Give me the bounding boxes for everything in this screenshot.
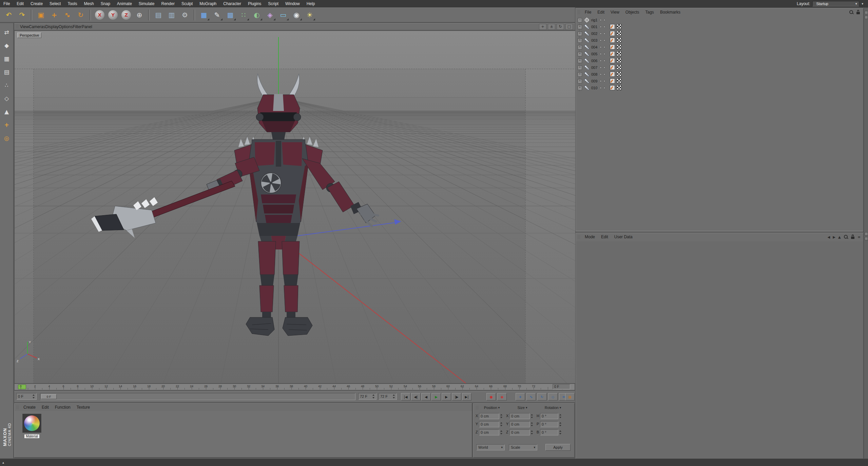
editor-visibility-dot[interactable] [600,60,602,62]
panel-grip-icon[interactable] [577,10,580,15]
pan-view-icon[interactable]: + [539,24,546,30]
search-icon[interactable] [849,10,854,15]
panel-grip-icon[interactable] [476,406,478,410]
lock-z-icon[interactable]: Z [121,10,131,20]
render-visibility-dot[interactable] [603,46,605,48]
menu-edit[interactable]: Edit [13,0,27,7]
live-selection-icon[interactable]: ▣ [35,9,47,21]
rotation-p-field[interactable]: 0 ° [540,421,558,427]
editor-visibility-dot[interactable] [600,33,602,35]
editor-visibility-dot[interactable] [600,39,602,41]
rotate-view-icon[interactable]: ↻ [557,24,564,30]
checker-tag-icon[interactable] [617,31,622,36]
render-settings-icon[interactable]: ⚙ [179,9,191,21]
array-generator-icon[interactable]: ∷ [237,9,250,21]
history-forward-icon[interactable]: ▶ [833,235,835,239]
size-z-field[interactable]: 0 cm [509,429,530,435]
attribute-menu-edit[interactable]: Edit [598,234,611,240]
render-visibility-dot[interactable] [603,67,605,69]
render-visibility-dot[interactable] [603,87,605,89]
material-item[interactable]: Material [20,414,44,439]
redo-icon[interactable]: ↷ [16,9,28,21]
range-end-field[interactable]: 72 F [358,393,377,400]
toggle-view-icon[interactable]: □ [565,24,573,30]
expand-toggle[interactable]: + [578,66,582,70]
object-menu-tags[interactable]: Tags [642,9,657,15]
expand-toggle[interactable]: + [578,86,582,90]
checker-tag-icon[interactable] [617,44,622,50]
apply-button[interactable]: Apply [545,444,571,451]
viewport-camera-label[interactable]: Perspective [17,33,41,38]
next-key-button[interactable]: |▶ [452,393,461,400]
brush-tag-icon[interactable] [610,31,615,36]
play-button[interactable]: ▶ [431,393,441,400]
panel-grip-icon[interactable] [577,235,580,239]
menu-script[interactable]: Script [265,0,282,7]
keyframe-selection-button[interactable]: ▦ [565,393,575,400]
autokey-button[interactable]: ◉ [497,393,507,400]
expand-toggle[interactable]: − [578,18,582,22]
spline-pen-icon[interactable]: ✎ [211,9,223,21]
menu-file[interactable]: File [0,0,13,7]
search-icon[interactable] [844,235,848,239]
object-menu-bookmarks[interactable]: Bookmarks [657,9,683,15]
editor-visibility-dot[interactable] [600,19,602,21]
menu-plugins[interactable]: Plugins [245,0,265,7]
stepper-icon[interactable] [531,414,533,418]
menubar-overflow-icon[interactable]: ▾ [862,2,863,5]
material-menu-function[interactable]: Function [52,404,74,410]
object-row-010[interactable]: +010 [576,85,863,91]
brush-tag-icon[interactable] [610,65,615,70]
stepper-icon[interactable] [500,430,503,434]
lock-icon[interactable] [851,235,855,239]
menu-mograph[interactable]: MoGraph [196,0,220,7]
prev-key-button[interactable]: ◀| [411,393,421,400]
stepper-icon[interactable] [392,394,395,398]
expand-toggle[interactable]: + [578,45,582,50]
object-row-009[interactable]: +009 [576,78,863,85]
object-menu-objects[interactable]: Objects [622,9,642,15]
menu-window[interactable]: Window [282,0,303,7]
stepper-icon[interactable] [500,414,503,418]
key-rotation-toggle[interactable]: ↻ [537,393,547,400]
size-mode-select[interactable]: Scale▾ [509,444,537,450]
stepper-icon[interactable] [559,430,562,434]
material-preview-sphere[interactable] [22,414,41,433]
workplane-mode-icon[interactable]: ▤ [2,67,12,77]
floor-icon[interactable]: ▭ [277,9,289,21]
menu-help[interactable]: Help [303,0,319,7]
stepper-icon[interactable] [32,394,35,398]
object-row-004[interactable]: +004 [576,44,863,51]
object-row-006[interactable]: +006 [576,57,863,64]
prev-frame-button[interactable]: ◀ [421,393,431,400]
object-menu-file[interactable]: File [582,9,594,15]
object-menu-edit[interactable]: Edit [594,9,607,15]
panel-grip-icon[interactable] [16,405,19,410]
checker-tag-icon[interactable] [617,58,622,63]
lock-y-icon[interactable]: Y [108,10,118,20]
position-x-field[interactable]: 0 cm [479,413,499,419]
size-x-field[interactable]: 0 cm [509,413,530,419]
render-visibility-dot[interactable] [603,53,605,55]
brush-tag-icon[interactable] [610,58,615,63]
rotation-b-field[interactable]: 0 ° [540,429,558,435]
brush-tag-icon[interactable] [610,85,615,90]
object-row-007[interactable]: +007 [576,64,863,71]
checker-tag-icon[interactable] [617,38,622,43]
dock-tab-icon[interactable] [865,16,868,19]
subdivision-surface-icon[interactable]: ▩ [224,9,236,21]
dock-tab-icon[interactable] [865,232,868,236]
expand-toggle[interactable]: + [578,25,582,29]
menu-icon[interactable]: ≡ [858,235,861,239]
history-back-icon[interactable]: ◀ [828,235,830,239]
rotate-icon[interactable]: ↻ [75,9,87,21]
rotation-header[interactable]: Rotation▾ [540,406,566,410]
boole-icon[interactable]: ◐ [251,9,263,21]
timeline-ruler[interactable]: 0246810121416182022242628303234363840424… [14,384,575,390]
menu-animate[interactable]: Animate [114,0,135,7]
attribute-menu-mode[interactable]: Mode [582,234,598,240]
object-menu-view[interactable]: View [607,9,622,15]
expand-toggle[interactable]: + [578,38,582,43]
checker-tag-icon[interactable] [617,85,622,90]
lock-x-icon[interactable]: X [95,10,104,20]
